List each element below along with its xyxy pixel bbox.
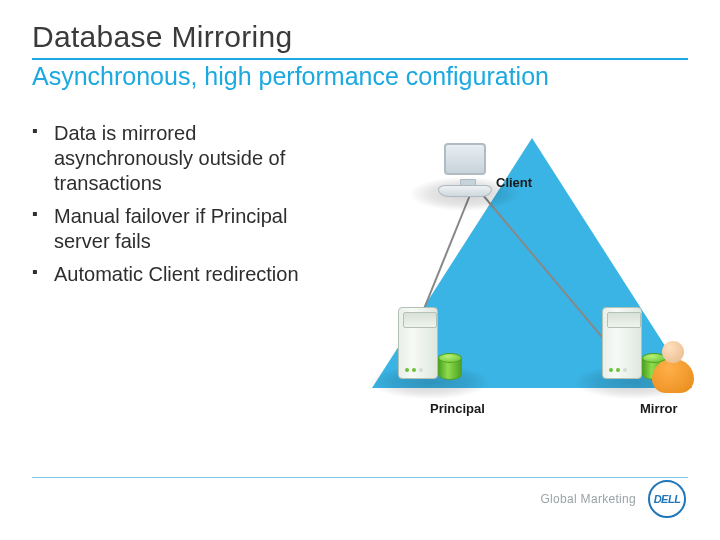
architecture-diagram: Client Principal Mirror bbox=[322, 113, 688, 433]
slide: Database Mirroring Asynchronous, high pe… bbox=[0, 0, 720, 540]
footer-divider bbox=[32, 477, 688, 478]
bullet-item: Manual failover if Principal server fail… bbox=[32, 204, 322, 254]
client-computer-icon bbox=[444, 143, 486, 175]
user-icon bbox=[652, 341, 698, 395]
principal-label: Principal bbox=[430, 401, 485, 416]
bullet-item: Automatic Client redirection bbox=[32, 262, 322, 287]
mirror-server-icon bbox=[602, 307, 642, 379]
dell-logo-text: DELL bbox=[654, 493, 681, 505]
bullet-list: Data is mirrored asynchronously outside … bbox=[32, 113, 322, 433]
slide-subtitle: Asynchronous, high performance configura… bbox=[32, 62, 688, 91]
content-row: Data is mirrored asynchronously outside … bbox=[32, 113, 688, 433]
mirror-label: Mirror bbox=[640, 401, 678, 416]
client-label: Client bbox=[496, 175, 532, 190]
title-divider bbox=[32, 58, 688, 60]
principal-server-icon bbox=[398, 307, 438, 379]
slide-title: Database Mirroring bbox=[32, 20, 688, 54]
footer: Global Marketing DELL bbox=[540, 480, 686, 518]
keyboard-icon bbox=[438, 185, 492, 197]
principal-database-icon bbox=[438, 353, 462, 381]
bullet-item: Data is mirrored asynchronously outside … bbox=[32, 121, 322, 196]
footer-text: Global Marketing bbox=[540, 492, 636, 506]
monitor-icon bbox=[444, 143, 486, 175]
dell-logo-icon: DELL bbox=[648, 480, 686, 518]
